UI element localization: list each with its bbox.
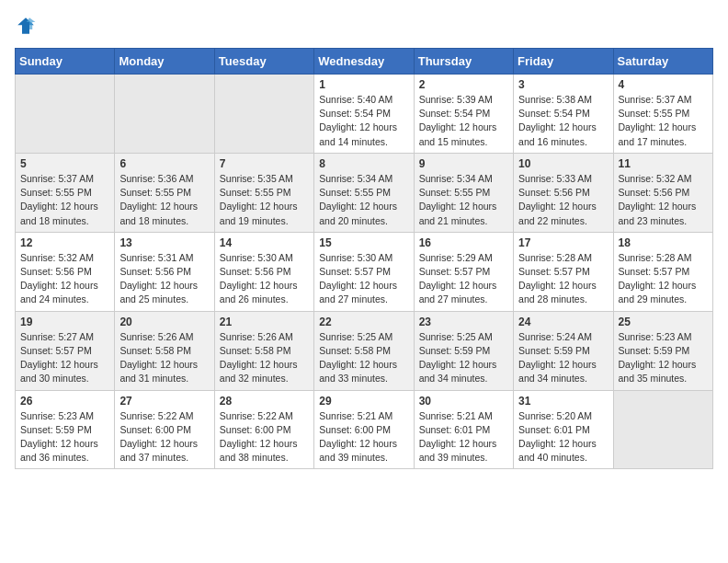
day-number: 23	[419, 316, 508, 328]
day-number: 28	[220, 395, 309, 408]
day-number: 15	[319, 236, 408, 249]
cell-info: Sunrise: 5:34 AMSunset: 5:55 PMDaylight:…	[419, 172, 508, 228]
day-number: 10	[518, 157, 608, 170]
calendar-cell: 5Sunrise: 5:37 AMSunset: 5:55 PMDaylight…	[16, 153, 115, 232]
cell-info: Sunrise: 5:20 AMSunset: 6:01 PMDaylight:…	[518, 409, 608, 465]
cell-info: Sunrise: 5:31 AMSunset: 5:56 PMDaylight:…	[119, 251, 209, 307]
day-number: 9	[419, 157, 508, 170]
day-number: 24	[518, 316, 608, 328]
cell-info: Sunrise: 5:26 AMSunset: 5:58 PMDaylight:…	[220, 330, 309, 386]
cell-info: Sunrise: 5:21 AMSunset: 6:01 PMDaylight:…	[419, 409, 508, 465]
calendar-cell: 1Sunrise: 5:40 AMSunset: 5:54 PMDaylight…	[314, 75, 414, 154]
logo	[15, 15, 40, 37]
day-number: 19	[20, 316, 109, 328]
day-number: 16	[419, 236, 508, 249]
cell-info: Sunrise: 5:25 AMSunset: 5:59 PMDaylight:…	[419, 330, 508, 386]
calendar-cell: 16Sunrise: 5:29 AMSunset: 5:57 PMDayligh…	[414, 232, 513, 311]
cell-info: Sunrise: 5:40 AMSunset: 5:54 PMDaylight:…	[319, 93, 408, 149]
calendar-cell: 29Sunrise: 5:21 AMSunset: 6:00 PMDayligh…	[314, 390, 414, 469]
calendar-cell	[214, 75, 313, 154]
cell-info: Sunrise: 5:32 AMSunset: 5:56 PMDaylight:…	[619, 172, 708, 228]
calendar-cell: 11Sunrise: 5:32 AMSunset: 5:56 PMDayligh…	[613, 153, 712, 232]
calendar-cell: 3Sunrise: 5:38 AMSunset: 5:54 PMDaylight…	[514, 75, 613, 154]
cell-info: Sunrise: 5:39 AMSunset: 5:54 PMDaylight:…	[419, 93, 508, 149]
calendar-cell: 23Sunrise: 5:25 AMSunset: 5:59 PMDayligh…	[414, 311, 513, 390]
day-number: 6	[119, 157, 209, 170]
day-number: 25	[619, 316, 708, 328]
calendar-cell: 26Sunrise: 5:23 AMSunset: 5:59 PMDayligh…	[16, 390, 115, 469]
calendar-row: 12Sunrise: 5:32 AMSunset: 5:56 PMDayligh…	[16, 232, 713, 311]
calendar-row: 5Sunrise: 5:37 AMSunset: 5:55 PMDaylight…	[16, 153, 713, 232]
day-number: 2	[419, 78, 508, 91]
page-header	[15, 15, 713, 37]
calendar-table: SundayMondayTuesdayWednesdayThursdayFrid…	[15, 48, 713, 469]
calendar-cell: 10Sunrise: 5:33 AMSunset: 5:56 PMDayligh…	[514, 153, 613, 232]
cell-info: Sunrise: 5:37 AMSunset: 5:55 PMDaylight:…	[619, 93, 708, 149]
day-number: 8	[319, 157, 408, 170]
calendar-cell	[115, 75, 214, 154]
calendar-row: 19Sunrise: 5:27 AMSunset: 5:57 PMDayligh…	[16, 311, 713, 390]
day-number: 4	[619, 78, 708, 91]
cell-info: Sunrise: 5:36 AMSunset: 5:55 PMDaylight:…	[119, 172, 209, 228]
day-number: 11	[619, 157, 708, 170]
cell-info: Sunrise: 5:34 AMSunset: 5:55 PMDaylight:…	[319, 172, 408, 228]
calendar-cell: 9Sunrise: 5:34 AMSunset: 5:55 PMDaylight…	[414, 153, 513, 232]
calendar-cell: 20Sunrise: 5:26 AMSunset: 5:58 PMDayligh…	[115, 311, 214, 390]
cell-info: Sunrise: 5:30 AMSunset: 5:57 PMDaylight:…	[319, 251, 408, 307]
cell-info: Sunrise: 5:21 AMSunset: 6:00 PMDaylight:…	[319, 409, 408, 465]
calendar-cell: 18Sunrise: 5:28 AMSunset: 5:57 PMDayligh…	[613, 232, 712, 311]
cell-info: Sunrise: 5:22 AMSunset: 6:00 PMDaylight:…	[220, 409, 309, 465]
cell-info: Sunrise: 5:35 AMSunset: 5:55 PMDaylight:…	[220, 172, 309, 228]
calendar-cell: 25Sunrise: 5:23 AMSunset: 5:59 PMDayligh…	[613, 311, 712, 390]
calendar-cell: 13Sunrise: 5:31 AMSunset: 5:56 PMDayligh…	[115, 232, 214, 311]
calendar-cell: 15Sunrise: 5:30 AMSunset: 5:57 PMDayligh…	[314, 232, 414, 311]
cell-info: Sunrise: 5:27 AMSunset: 5:57 PMDaylight:…	[20, 330, 109, 386]
cell-info: Sunrise: 5:24 AMSunset: 5:59 PMDaylight:…	[518, 330, 608, 386]
calendar-cell: 14Sunrise: 5:30 AMSunset: 5:56 PMDayligh…	[214, 232, 313, 311]
calendar-cell: 31Sunrise: 5:20 AMSunset: 6:01 PMDayligh…	[514, 390, 613, 469]
calendar-cell: 30Sunrise: 5:21 AMSunset: 6:01 PMDayligh…	[414, 390, 513, 469]
weekday-header: Saturday	[613, 49, 712, 75]
weekday-header: Wednesday	[314, 49, 414, 75]
calendar-cell: 27Sunrise: 5:22 AMSunset: 6:00 PMDayligh…	[115, 390, 214, 469]
day-number: 18	[619, 236, 708, 249]
calendar-cell: 21Sunrise: 5:26 AMSunset: 5:58 PMDayligh…	[214, 311, 313, 390]
cell-info: Sunrise: 5:22 AMSunset: 6:00 PMDaylight:…	[119, 409, 209, 465]
day-number: 27	[119, 395, 209, 408]
calendar-cell: 6Sunrise: 5:36 AMSunset: 5:55 PMDaylight…	[115, 153, 214, 232]
day-number: 13	[119, 236, 209, 249]
day-number: 5	[20, 157, 109, 170]
calendar-cell: 7Sunrise: 5:35 AMSunset: 5:55 PMDaylight…	[214, 153, 313, 232]
cell-info: Sunrise: 5:23 AMSunset: 5:59 PMDaylight:…	[20, 409, 109, 465]
cell-info: Sunrise: 5:32 AMSunset: 5:56 PMDaylight:…	[20, 251, 109, 307]
weekday-header: Friday	[514, 49, 613, 75]
calendar-cell: 17Sunrise: 5:28 AMSunset: 5:57 PMDayligh…	[514, 232, 613, 311]
day-number: 21	[220, 316, 309, 328]
cell-info: Sunrise: 5:29 AMSunset: 5:57 PMDaylight:…	[419, 251, 508, 307]
calendar-cell: 19Sunrise: 5:27 AMSunset: 5:57 PMDayligh…	[16, 311, 115, 390]
calendar-cell	[613, 390, 712, 469]
day-number: 22	[319, 316, 408, 328]
calendar-cell: 28Sunrise: 5:22 AMSunset: 6:00 PMDayligh…	[214, 390, 313, 469]
weekday-header: Sunday	[16, 49, 115, 75]
day-number: 30	[419, 395, 508, 408]
weekday-header: Thursday	[414, 49, 513, 75]
cell-info: Sunrise: 5:26 AMSunset: 5:58 PMDaylight:…	[119, 330, 209, 386]
cell-info: Sunrise: 5:30 AMSunset: 5:56 PMDaylight:…	[220, 251, 309, 307]
day-number: 12	[20, 236, 109, 249]
calendar-row: 1Sunrise: 5:40 AMSunset: 5:54 PMDaylight…	[16, 75, 713, 154]
day-number: 3	[518, 78, 608, 91]
day-number: 14	[220, 236, 309, 249]
day-number: 17	[518, 236, 608, 249]
calendar-cell: 8Sunrise: 5:34 AMSunset: 5:55 PMDaylight…	[314, 153, 414, 232]
day-number: 29	[319, 395, 408, 408]
cell-info: Sunrise: 5:23 AMSunset: 5:59 PMDaylight:…	[619, 330, 708, 386]
calendar-header-row: SundayMondayTuesdayWednesdayThursdayFrid…	[16, 49, 713, 75]
day-number: 20	[119, 316, 209, 328]
day-number: 31	[518, 395, 608, 408]
calendar-cell: 12Sunrise: 5:32 AMSunset: 5:56 PMDayligh…	[16, 232, 115, 311]
calendar-cell: 24Sunrise: 5:24 AMSunset: 5:59 PMDayligh…	[514, 311, 613, 390]
cell-info: Sunrise: 5:33 AMSunset: 5:56 PMDaylight:…	[518, 172, 608, 228]
calendar-cell: 4Sunrise: 5:37 AMSunset: 5:55 PMDaylight…	[613, 75, 712, 154]
day-number: 7	[220, 157, 309, 170]
